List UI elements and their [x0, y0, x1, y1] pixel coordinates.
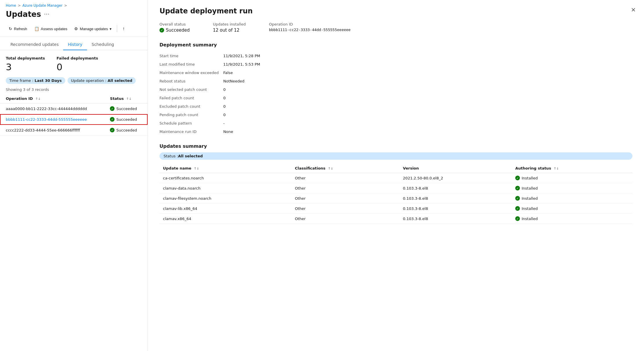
classification-cell: Other: [291, 173, 400, 183]
updates-table: Update name ↑↓ Classifications ↑↓ Versio…: [159, 164, 632, 224]
updates-installed-block: Updates installed 12 out of 12: [213, 22, 246, 33]
summary-field-value: None: [223, 128, 632, 135]
table-row[interactable]: bbbb1111-cc22-3333-44dd-555555eeeeee Suc…: [0, 114, 148, 125]
timeframe-value: Last 30 Days: [35, 78, 62, 83]
operation-id-value: bbbb1111-cc22-3333-44dd-555555eeeeee: [269, 28, 351, 32]
updates-installed-value: 12 out of 12: [213, 28, 246, 33]
failed-deployments-label: Failed deployments: [57, 56, 98, 60]
col-authoring-status[interactable]: Authoring status ↑↓: [512, 164, 632, 173]
update-row[interactable]: ca-certificates.noarchOther2021.2.50-80.…: [159, 173, 632, 183]
classifications-sort: ↑↓: [328, 167, 333, 170]
authoring-status-dot: [515, 196, 520, 201]
summary-field-label: Maintenance window exceeded: [159, 69, 223, 76]
status-sort-icon: ↑↓: [126, 97, 131, 101]
summary-field-label: Schedule pattern: [159, 120, 223, 127]
timeframe-prefix: Time frame :: [9, 78, 35, 83]
total-deployments-value: 3: [6, 62, 45, 73]
status-chip-value: All selected: [178, 154, 203, 158]
version-cell: 0.103.3-8.el8: [400, 204, 512, 214]
classification-cell: Other: [291, 193, 400, 204]
summary-field-label: Not selected patch count: [159, 86, 223, 93]
table-row[interactable]: cccc2222-dd33-4444-55ee-666666ffffff Suc…: [0, 125, 148, 136]
close-button[interactable]: ✕: [630, 6, 637, 14]
stats-row: Total deployments 3 Failed deployments 0: [0, 50, 148, 77]
toolbar-divider: [117, 25, 117, 32]
update-row[interactable]: clamav.x86_64Other0.103.3-8.el8 Installe…: [159, 214, 632, 224]
update-row[interactable]: clamav-data.noarchOther0.103.3-8.el8 Ins…: [159, 183, 632, 193]
update-name-cell: clamav-filesystem.noarch: [159, 193, 291, 204]
assess-updates-button[interactable]: 📋 Assess updates: [31, 25, 70, 33]
summary-field-value: 11/9/2021, 5:53 PM: [223, 61, 632, 68]
status-cell: Succeeded: [104, 125, 148, 136]
authoring-status-cell: Installed: [512, 214, 632, 224]
authoring-sort: ↑↓: [554, 167, 559, 170]
col-update-name[interactable]: Update name ↑↓: [159, 164, 291, 173]
summary-field-value: -: [223, 120, 632, 127]
overall-status-block: Overall status Succeeded: [159, 22, 190, 33]
authoring-status-cell: Installed: [512, 204, 632, 214]
authoring-status-text: Installed: [522, 176, 538, 180]
upload-icon: ↑: [122, 26, 125, 31]
status-filter-chip[interactable]: Status : All selected: [159, 152, 632, 160]
authoring-status-cell: Installed: [512, 173, 632, 183]
summary-field-value: 0: [223, 86, 632, 93]
update-row[interactable]: clamav-filesystem.noarchOther0.103.3-8.e…: [159, 193, 632, 204]
summary-field-label: Maintenance run ID: [159, 128, 223, 135]
version-cell: 0.103.3-8.el8: [400, 193, 512, 204]
update-row[interactable]: clamav-lib.x86_64Other0.103.3-8.el8 Inst…: [159, 204, 632, 214]
deployment-summary: Start time11/9/2021, 5:28 PMLast modifie…: [159, 52, 632, 135]
tab-recommended[interactable]: Recommended updates: [6, 39, 63, 50]
authoring-status-dot: [515, 176, 520, 180]
breadcrumb-home[interactable]: Home: [6, 3, 16, 8]
update-name-cell: clamav-data.noarch: [159, 183, 291, 193]
col-version[interactable]: Version: [400, 164, 512, 173]
summary-field-value: 0: [223, 94, 632, 102]
refresh-button[interactable]: ↻ Refresh: [6, 25, 30, 33]
timeframe-chip[interactable]: Time frame : Last 30 Days: [6, 77, 65, 84]
status-succeeded: Succeeded: [110, 106, 142, 111]
records-count: Showing 3 of 3 records: [0, 87, 148, 94]
refresh-label: Refresh: [14, 27, 27, 31]
summary-field-label: Reboot status: [159, 78, 223, 85]
left-panel: Home > Azure Update Manager > Updates ··…: [0, 0, 148, 351]
tab-history[interactable]: History: [63, 39, 87, 50]
breadcrumb-sep2: >: [64, 3, 67, 8]
status-chip-prefix: Status :: [164, 154, 178, 158]
right-panel: ✕ Update deployment run Overall status S…: [148, 0, 644, 351]
breadcrumb: Home > Azure Update Manager >: [0, 0, 148, 9]
version-cell: 0.103.3-8.el8: [400, 183, 512, 193]
version-cell: 0.103.3-8.el8: [400, 214, 512, 224]
summary-field-value: 0: [223, 111, 632, 118]
update-name-sort: ↑↓: [194, 167, 199, 170]
panel-title: Update deployment run: [159, 7, 632, 15]
classification-cell: Other: [291, 214, 400, 224]
authoring-status-cell: Installed: [512, 183, 632, 193]
col-status[interactable]: Status ↑↓: [104, 94, 148, 103]
authoring-installed: Installed: [515, 206, 629, 211]
col-operation-id[interactable]: Operation ID ↑↓: [0, 94, 104, 103]
status-cell: Succeeded: [104, 103, 148, 114]
updates-installed-label: Updates installed: [213, 22, 246, 26]
status-dot: [110, 106, 115, 111]
deployment-summary-title: Deployment summary: [159, 42, 632, 48]
total-deployments-block: Total deployments 3: [6, 56, 45, 73]
col-classifications[interactable]: Classifications ↑↓: [291, 164, 400, 173]
manage-updates-button[interactable]: ⚙ Manage updates ▾: [71, 25, 115, 33]
operation-chip[interactable]: Update operation : All selected: [68, 77, 136, 84]
page-menu-button[interactable]: ···: [44, 11, 49, 17]
overall-status-label: Overall status: [159, 22, 190, 26]
status-succeeded: Succeeded: [110, 117, 142, 122]
updates-summary-title: Updates summary: [159, 143, 632, 149]
failed-deployments-block: Failed deployments 0: [57, 56, 98, 73]
authoring-status-text: Installed: [522, 206, 538, 211]
table-row[interactable]: aaaa0000-bb11-2222-33cc-444444dddddd Suc…: [0, 103, 148, 114]
summary-field-label: Failed patch count: [159, 94, 223, 102]
upload-button[interactable]: ↑: [119, 24, 128, 33]
authoring-status-dot: [515, 186, 520, 190]
tab-scheduling[interactable]: Scheduling: [87, 39, 119, 50]
summary-field-value: NotNeeded: [223, 78, 632, 85]
breadcrumb-azure[interactable]: Azure Update Manager: [23, 3, 63, 8]
authoring-status-dot: [515, 216, 520, 221]
manage-dropdown-icon: ▾: [110, 27, 112, 31]
manage-icon: ⚙: [74, 26, 78, 31]
